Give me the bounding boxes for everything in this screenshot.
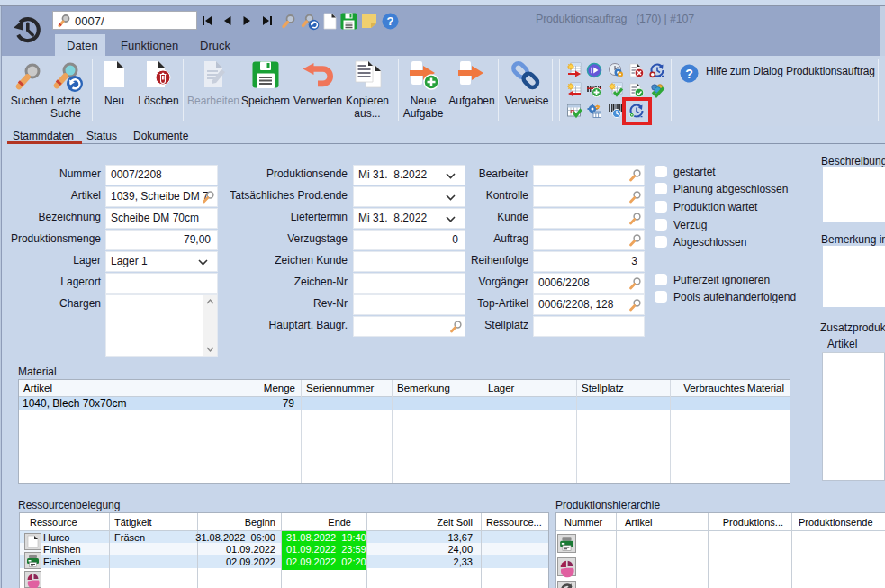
svg-text:?: ? [685, 67, 693, 81]
svg-text:?: ? [387, 14, 394, 28]
